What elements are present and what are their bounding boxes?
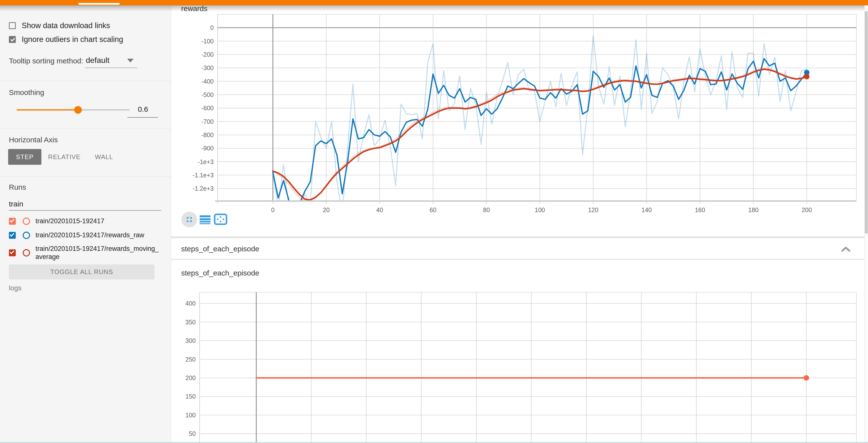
run-label-1: train/20201015-192417 xyxy=(35,217,162,225)
svg-text:160: 160 xyxy=(695,206,705,213)
svg-text:200: 200 xyxy=(185,375,196,381)
svg-text:-700: -700 xyxy=(202,118,214,125)
divider xyxy=(0,128,171,128)
fullscreen-icon xyxy=(185,215,193,224)
show-download-links-checkbox[interactable] xyxy=(9,22,16,29)
tooltip-sorting-select[interactable]: default xyxy=(86,56,110,65)
svg-text:0: 0 xyxy=(271,206,275,213)
divider xyxy=(0,176,171,177)
show-download-links-row[interactable]: Show data download links xyxy=(9,21,110,30)
axis-relative-button[interactable]: RELATIVE xyxy=(48,149,80,165)
run-row-3[interactable]: train/20201015-192417/rewards_moving_ave… xyxy=(9,245,162,261)
svg-text:20: 20 xyxy=(323,206,330,213)
run-filter-input[interactable]: train xyxy=(9,200,23,208)
svg-text:180: 180 xyxy=(748,206,758,213)
svg-text:300: 300 xyxy=(185,337,196,344)
svg-text:100: 100 xyxy=(185,412,196,419)
toggle-all-runs-button[interactable]: TOGGLE ALL RUNS xyxy=(9,264,155,279)
run-color-ring-2 xyxy=(23,232,30,239)
app-bar-shadow xyxy=(0,5,868,11)
smoothing-slider-thumb[interactable] xyxy=(74,106,82,114)
run-row-2[interactable]: train/20201015-192417/rewards_raw xyxy=(9,231,162,239)
horizontal-axis-label: Horizontal Axis xyxy=(9,136,58,144)
smoothing-slider-fill xyxy=(17,109,78,111)
svg-text:0: 0 xyxy=(210,24,214,31)
steps-chart[interactable]: 40035030025020015010050 xyxy=(171,261,868,443)
steps-section-title: steps_of_each_episode xyxy=(181,245,259,253)
svg-text:250: 250 xyxy=(185,356,196,363)
log-scale-button[interactable] xyxy=(199,215,211,225)
svg-text:400: 400 xyxy=(185,300,196,307)
axis-wall-button[interactable]: WALL xyxy=(92,149,116,165)
collapse-chevron-icon[interactable] xyxy=(841,247,850,252)
smoothing-label: Smoothing xyxy=(9,88,44,97)
svg-text:-900: -900 xyxy=(202,145,214,152)
svg-text:60: 60 xyxy=(430,206,436,213)
smoothing-value-input[interactable]: 0.6 xyxy=(128,105,158,114)
svg-text:100: 100 xyxy=(535,206,545,213)
svg-text:80: 80 xyxy=(483,206,490,213)
run-label-3: train/20201015-192417/rewards_moving_ave… xyxy=(35,245,162,261)
ignore-outliers-checkbox[interactable] xyxy=(9,36,16,43)
svg-text:40: 40 xyxy=(376,206,383,213)
tooltip-sorting-underline xyxy=(85,67,137,68)
svg-text:50: 50 xyxy=(189,430,196,437)
svg-text:-1.2e+3: -1.2e+3 xyxy=(193,185,214,192)
svg-text:200: 200 xyxy=(802,206,812,213)
section-gap xyxy=(171,236,865,238)
scrollbar-thumb[interactable] xyxy=(865,11,868,233)
logs-label: logs xyxy=(9,284,22,292)
run-label-2: train/20201015-192417/rewards_raw xyxy=(35,231,162,239)
svg-text:-800: -800 xyxy=(202,131,214,138)
svg-text:-400: -400 xyxy=(202,78,214,85)
svg-text:140: 140 xyxy=(642,206,652,213)
axis-step-button[interactable]: STEP xyxy=(8,149,41,165)
fit-domain-button[interactable] xyxy=(214,214,227,225)
run-checkbox-3[interactable] xyxy=(9,249,16,256)
svg-text:-1e+3: -1e+3 xyxy=(198,158,214,165)
ignore-outliers-row[interactable]: Ignore outliers in chart scaling xyxy=(9,35,123,44)
run-filter-underline xyxy=(9,210,161,211)
show-download-links-label: Show data download links xyxy=(22,21,110,30)
fullscreen-button[interactable] xyxy=(181,212,197,228)
steps-section-header[interactable]: steps_of_each_episode xyxy=(171,238,865,260)
lines-icon xyxy=(199,215,211,225)
rewards-chart[interactable]: 0-100-200-300-400-500-600-700-800-900-1e… xyxy=(171,10,868,236)
svg-text:-300: -300 xyxy=(202,64,214,71)
run-color-ring-1 xyxy=(23,217,30,225)
chevron-down-icon[interactable] xyxy=(127,59,133,62)
vertical-scrollbar[interactable] xyxy=(864,5,868,443)
svg-text:120: 120 xyxy=(588,206,598,213)
top-app-bar xyxy=(0,0,868,5)
smoothing-value-underline xyxy=(127,117,158,118)
svg-text:150: 150 xyxy=(185,393,196,400)
run-checkbox-1[interactable] xyxy=(9,218,16,225)
ignore-outliers-label: Ignore outliers in chart scaling xyxy=(22,35,123,44)
svg-text:-600: -600 xyxy=(202,105,214,112)
svg-text:-200: -200 xyxy=(202,51,214,58)
svg-text:-500: -500 xyxy=(202,91,214,98)
window-bottom-edge xyxy=(0,442,868,443)
fit-data-icon xyxy=(214,214,227,225)
svg-text:-100: -100 xyxy=(202,38,214,45)
svg-text:350: 350 xyxy=(185,319,196,326)
runs-label: Runs xyxy=(9,183,26,191)
run-color-ring-3 xyxy=(23,249,30,257)
svg-text:-1.1e+3: -1.1e+3 xyxy=(193,172,214,179)
divider xyxy=(0,81,171,81)
run-row-1[interactable]: train/20201015-192417 xyxy=(9,217,162,225)
settings-sidebar: Show data download links Ignore outliers… xyxy=(0,5,171,443)
active-tab-indicator xyxy=(79,3,120,5)
tooltip-sorting-label: Tooltip sorting method: xyxy=(9,57,83,65)
run-checkbox-2[interactable] xyxy=(9,232,16,239)
